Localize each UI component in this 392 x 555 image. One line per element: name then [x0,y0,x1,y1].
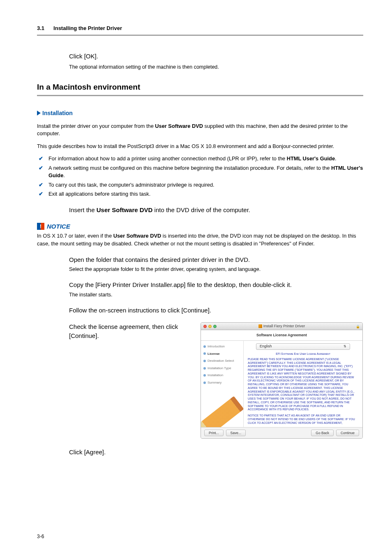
license-paragraph-2: NOTICE TO PARTIES THAT ACT AS AN AGENT O… [248,414,358,425]
section-number: 3.1 [37,25,44,32]
step-check-license: Check the license agreement, then click … [69,322,196,340]
installer-titlebar: Install Fiery Printer Driver 🔒 [201,323,362,330]
section-rule [37,95,363,97]
prereq-list: For information about how to add a print… [37,155,363,198]
installer-title: Install Fiery Printer Driver [201,324,362,329]
step-follow-instructions: Follow the on-screen instructions to cli… [69,306,363,315]
triangle-icon [37,111,41,116]
step-click-ok-sub: The optional information setting of the … [69,63,363,71]
page-number: 3-6 [37,533,44,540]
para-install-driver: Install the printer driver on your compu… [37,123,363,138]
sidebar-step-destination: Destination Select [203,358,241,363]
sidebar-step-introduction: Introduction [203,344,241,349]
language-select[interactable]: English ⇅ [256,343,350,350]
para-guide-desc: This guide describes how to install the … [37,143,363,150]
list-item: For information about how to add a print… [37,155,363,163]
installer-window: Install Fiery Printer Driver 🔒 Software … [201,322,363,439]
section-title: Installing the Printer Driver [53,25,122,32]
efi-license-header: EFI Software End User License Agreement [248,352,358,356]
chevron-up-down-icon: ⇅ [344,345,346,349]
list-item: Exit all applications before starting th… [37,190,363,198]
subheading-installation: Installation [37,109,363,117]
list-item: A network setting must be configured on … [37,164,363,180]
save-button[interactable]: Save... [226,430,246,436]
step-click-agree: Click [Agree]. [69,448,363,457]
installer-sidebar: Introduction License Destination Select … [201,341,244,427]
installer-footer: Print... Save... Go Back Continue [201,427,362,438]
pencil-graphic [201,396,244,428]
continue-button[interactable]: Continue [336,430,359,436]
go-back-button[interactable]: Go Back [311,430,334,436]
sidebar-step-install-type: Installation Type [203,366,241,371]
print-button[interactable]: Print... [204,430,224,436]
notice-heading: ! NOTICE [37,222,363,231]
installer-subtitle: Software License Agreement [201,330,362,341]
step-open-folder: Open the folder that contains the desire… [69,255,363,264]
step-copy-app-sub: The installer starts. [69,291,363,298]
lock-icon: 🔒 [356,324,360,329]
sidebar-step-installation: Installation [203,373,241,378]
step-open-folder-sub: Select the appropriate folder to fit the… [69,266,363,273]
step-insert-dvd: Insert the User Software DVD into the DV… [69,206,363,215]
sidebar-step-summary: Summary [203,380,241,385]
step-copy-app: Copy the [Fiery Printer Driver Installer… [69,280,363,289]
license-paragraph-1: PLEASE READ THIS SOFTWARE LICENSE AGREEM… [248,358,358,412]
sidebar-step-license: License [203,352,241,356]
package-icon [258,324,262,328]
heading-mac-env: In a Macintosh environment [37,81,363,93]
list-item: To carry out this task, the computer's a… [37,181,363,189]
notice-icon: ! [37,223,44,230]
page-header: 3.1 Installing the Printer Driver [37,25,363,35]
step-click-ok: Click [OK]. [69,52,363,61]
notice-text: In OS X 10.7 or later, even if the User … [37,232,363,247]
installer-main: English ⇅ EFI Software End User License … [244,341,362,427]
